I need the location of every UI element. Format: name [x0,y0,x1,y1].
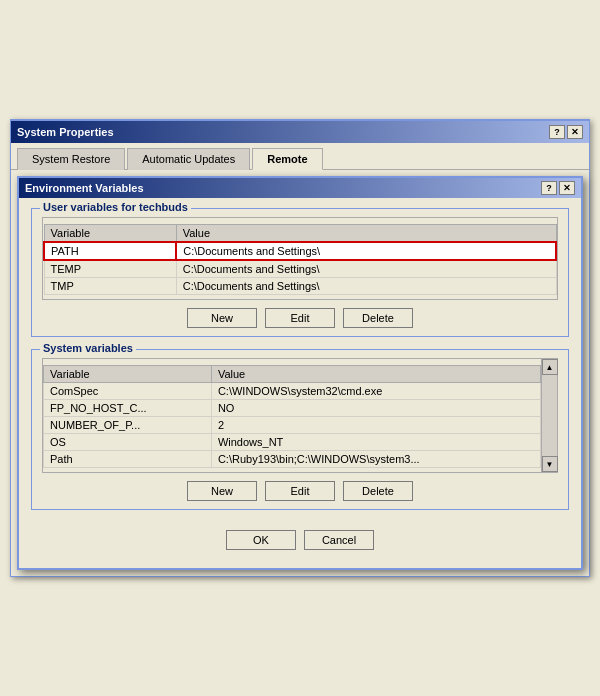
ok-button[interactable]: OK [226,530,296,550]
outer-content: Environment Variables ? ✕ User variables… [11,170,589,576]
user-buttons-row: New Edit Delete [42,308,558,328]
inner-help-button[interactable]: ? [541,181,557,195]
system-section-label: System variables [40,342,136,354]
tab-automatic-updates[interactable]: Automatic Updates [127,148,250,170]
sys-col-variable: Variable [44,366,212,383]
user-new-button[interactable]: New [187,308,257,328]
system-buttons-row: New Edit Delete [42,481,558,501]
user-var-path: PATH [44,242,176,260]
sys-var-path: Path [44,451,212,468]
sys-val-path: C:\Ruby193\bin;C:\WINDOWS\system3... [211,451,540,468]
user-col-value: Value [176,225,556,243]
system-variables-table: Variable Value ComSpec C:\WINDOWS\system… [43,365,541,468]
outer-titlebar: System Properties ? ✕ [11,121,589,143]
environment-variables-window: Environment Variables ? ✕ User variables… [17,176,583,570]
tabs-container: System Restore Automatic Updates Remote [11,143,589,170]
table-row[interactable]: NUMBER_OF_P... 2 [44,417,541,434]
system-variables-section: System variables Variable Value [31,349,569,510]
outer-window-title: System Properties [17,126,114,138]
user-variables-table: Variable Value PATH C:\Documents and Set… [43,224,557,295]
user-section-label: User variables for techbuds [40,201,191,213]
sys-col-value: Value [211,366,540,383]
user-delete-button[interactable]: Delete [343,308,413,328]
system-table-scrollbar: ▲ ▼ [541,359,557,472]
sys-var-comspec: ComSpec [44,383,212,400]
tab-remote[interactable]: Remote [252,148,322,170]
outer-help-button[interactable]: ? [549,125,565,139]
table-row[interactable]: ComSpec C:\WINDOWS\system32\cmd.exe [44,383,541,400]
tab-system-restore[interactable]: System Restore [17,148,125,170]
table-row[interactable]: TMP C:\Documents and Settings\ [44,278,556,295]
sys-val-comspec: C:\WINDOWS\system32\cmd.exe [211,383,540,400]
user-edit-button[interactable]: Edit [265,308,335,328]
user-val-temp: C:\Documents and Settings\ [176,260,556,278]
table-row[interactable]: FP_NO_HOST_C... NO [44,400,541,417]
sys-var-os: OS [44,434,212,451]
scroll-up-button[interactable]: ▲ [542,359,558,375]
table-row[interactable]: OS Windows_NT [44,434,541,451]
scroll-track [542,375,557,456]
user-var-temp: TEMP [44,260,176,278]
table-row[interactable]: TEMP C:\Documents and Settings\ [44,260,556,278]
outer-titlebar-controls: ? ✕ [549,125,583,139]
cancel-button[interactable]: Cancel [304,530,374,550]
user-variables-table-wrapper: Variable Value PATH C:\Documents and Set… [42,217,558,300]
system-edit-button[interactable]: Edit [265,481,335,501]
user-col-variable: Variable [44,225,176,243]
user-val-path: C:\Documents and Settings\ [176,242,556,260]
inner-close-button[interactable]: ✕ [559,181,575,195]
table-row[interactable]: PATH C:\Documents and Settings\ [44,242,556,260]
system-variables-table-wrapper: Variable Value ComSpec C:\WINDOWS\system… [42,358,558,473]
inner-window-title: Environment Variables [25,182,144,194]
sys-val-numberofp: 2 [211,417,540,434]
inner-content: User variables for techbuds Variable Val… [19,198,581,568]
inner-titlebar: Environment Variables ? ✕ [19,178,581,198]
outer-close-button[interactable]: ✕ [567,125,583,139]
user-val-tmp: C:\Documents and Settings\ [176,278,556,295]
sys-var-numberofp: NUMBER_OF_P... [44,417,212,434]
user-var-tmp: TMP [44,278,176,295]
system-delete-button[interactable]: Delete [343,481,413,501]
system-table-inner: Variable Value ComSpec C:\WINDOWS\system… [43,359,541,472]
system-properties-window: System Properties ? ✕ System Restore Aut… [10,119,590,577]
system-new-button[interactable]: New [187,481,257,501]
scroll-down-button[interactable]: ▼ [542,456,558,472]
sys-val-os: Windows_NT [211,434,540,451]
sys-val-fpnohostc: NO [211,400,540,417]
inner-titlebar-controls: ? ✕ [541,181,575,195]
user-variables-section: User variables for techbuds Variable Val… [31,208,569,337]
table-row[interactable]: Path C:\Ruby193\bin;C:\WINDOWS\system3..… [44,451,541,468]
sys-var-fpnohostc: FP_NO_HOST_C... [44,400,212,417]
bottom-buttons-row: OK Cancel [31,522,569,558]
